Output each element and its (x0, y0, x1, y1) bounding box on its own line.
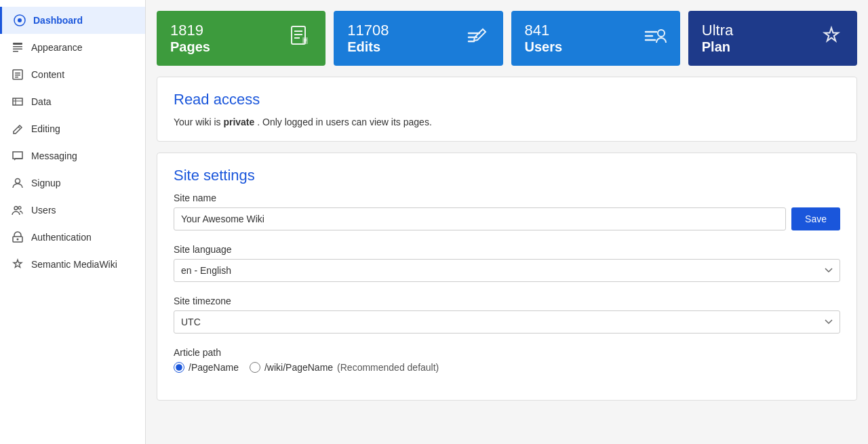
stat-card-users[interactable]: 841 Users (511, 11, 680, 66)
sidebar-item-label-authentication: Authentication (31, 232, 92, 243)
article-path-label: Article path (174, 347, 840, 358)
svg-rect-5 (13, 51, 18, 52)
sidebar-item-users[interactable]: Users (0, 197, 145, 224)
stat-plan-number: Ultra (702, 22, 733, 39)
site-settings-card: Site settings Site name Save Site langua… (157, 153, 857, 401)
sidebar-item-label-messaging: Messaging (31, 150, 77, 161)
sidebar: Dashboard Appearance Content (0, 0, 146, 444)
stat-card-plan[interactable]: Ultra Plan (688, 11, 857, 66)
appearance-icon (11, 41, 24, 54)
stat-card-users-left: 841 Users (525, 22, 563, 55)
article-path-option2[interactable]: /wiki/PageName (Recommended default) (250, 362, 439, 373)
svg-point-17 (658, 30, 665, 37)
article-path-group: Article path /PageName /wiki/PageName (R… (174, 347, 840, 373)
article-path-label2: /wiki/PageName (264, 362, 333, 373)
article-path-radio2[interactable] (250, 362, 260, 373)
stat-users-label: Users (525, 39, 563, 55)
site-timezone-select[interactable]: UTC (174, 310, 840, 334)
article-path-label2-note: (Recommended default) (337, 362, 439, 373)
sidebar-item-appearance[interactable]: Appearance (0, 34, 145, 61)
stat-card-edits-left: 11708 Edits (347, 22, 389, 55)
signup-icon (11, 176, 24, 190)
stat-plan-label: Plan (702, 39, 733, 55)
content-icon (11, 68, 24, 81)
stat-card-plan-left: Ultra Plan (702, 22, 733, 55)
stats-row: 1819 Pages 11708 Edits (157, 11, 857, 66)
sidebar-item-label-editing: Editing (31, 123, 60, 134)
svg-rect-7 (15, 73, 20, 74)
sidebar-item-label-appearance: Appearance (31, 42, 83, 53)
edits-icon (465, 24, 490, 54)
editing-icon (11, 122, 24, 136)
data-icon (11, 95, 24, 108)
main-content: 1819 Pages 11708 Edits (146, 0, 868, 444)
sidebar-item-dashboard[interactable]: Dashboard (0, 7, 145, 34)
site-name-row: Save (174, 207, 840, 230)
site-settings-title: Site settings (174, 167, 840, 184)
svg-point-12 (18, 207, 21, 209)
site-name-group: Site name Save (174, 193, 840, 230)
sidebar-item-content[interactable]: Content (0, 61, 145, 88)
article-path-label1: /PageName (189, 362, 239, 373)
authentication-icon (11, 230, 24, 244)
article-path-radio1[interactable] (174, 362, 184, 373)
users-icon (11, 203, 24, 217)
site-name-label: Site name (174, 193, 840, 203)
sidebar-item-semantic-mediawiki[interactable]: Semantic MediaWiki (0, 251, 145, 278)
svg-point-1 (18, 18, 22, 22)
site-language-group: Site language en - English (174, 244, 840, 282)
sidebar-item-label-users: Users (31, 205, 56, 216)
article-path-option1[interactable]: /PageName (174, 362, 239, 373)
read-access-text-after: . Only logged in users can view its page… (257, 117, 432, 127)
stat-card-pages-left: 1819 Pages (170, 22, 210, 55)
users-stat-icon (642, 24, 667, 54)
svg-rect-2 (13, 43, 22, 45)
pages-icon (288, 24, 312, 54)
sidebar-item-label-data: Data (31, 96, 52, 107)
site-timezone-label: Site timezone (174, 296, 840, 306)
stat-card-edits[interactable]: 11708 Edits (334, 11, 502, 66)
stat-users-number: 841 (525, 22, 563, 39)
stat-pages-number: 1819 (170, 22, 210, 39)
svg-point-14 (17, 239, 19, 241)
sidebar-item-messaging[interactable]: Messaging (0, 142, 145, 169)
site-timezone-group: Site timezone UTC (174, 296, 840, 334)
svg-rect-8 (15, 75, 20, 76)
read-access-bold: private (223, 117, 254, 127)
sidebar-item-editing[interactable]: Editing (0, 115, 145, 142)
sidebar-item-data[interactable]: Data (0, 88, 145, 115)
dashboard-icon (13, 14, 26, 27)
read-access-card: Read access Your wiki is private . Only … (157, 77, 857, 142)
sidebar-item-label-dashboard: Dashboard (33, 15, 83, 26)
sidebar-item-label-semantic-mediawiki: Semantic MediaWiki (31, 259, 117, 270)
site-language-select[interactable]: en - English (174, 259, 840, 282)
plan-icon (819, 24, 844, 54)
svg-rect-4 (13, 49, 22, 50)
messaging-icon (11, 149, 24, 163)
read-access-title: Read access (174, 91, 840, 108)
site-name-input[interactable] (174, 207, 786, 230)
stat-edits-number: 11708 (347, 22, 389, 39)
svg-point-10 (16, 179, 20, 184)
sidebar-item-label-signup: Signup (31, 178, 61, 188)
sidebar-item-label-content: Content (31, 69, 64, 80)
read-access-description: Your wiki is private . Only logged in us… (174, 117, 840, 127)
stat-card-pages[interactable]: 1819 Pages (157, 11, 326, 66)
svg-rect-3 (13, 46, 22, 47)
stat-pages-label: Pages (170, 39, 210, 55)
semantic-mediawiki-icon (11, 258, 24, 271)
stat-edits-label: Edits (347, 39, 389, 55)
site-language-label: Site language (174, 244, 840, 255)
svg-rect-9 (15, 77, 18, 78)
sidebar-item-authentication[interactable]: Authentication (0, 224, 145, 251)
svg-point-11 (14, 207, 18, 210)
sidebar-item-signup[interactable]: Signup (0, 169, 145, 197)
article-path-radio-group: /PageName /wiki/PageName (Recommended de… (174, 362, 840, 373)
save-button[interactable]: Save (791, 207, 840, 230)
read-access-text-before: Your wiki is (174, 117, 221, 127)
